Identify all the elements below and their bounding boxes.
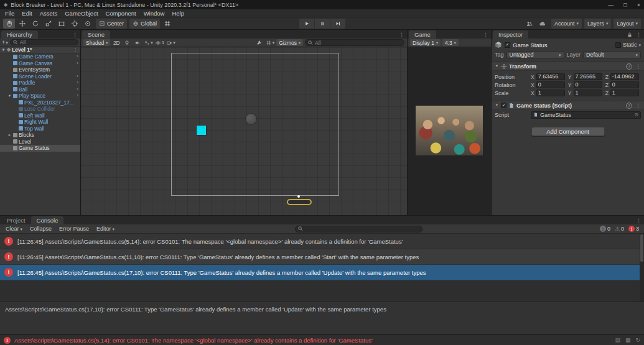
background-tasks-icon[interactable]: ↻	[635, 337, 640, 343]
add-component-button[interactable]: Add Component	[531, 127, 605, 136]
collab-button[interactable]	[524, 19, 536, 29]
scene-effects-dropdown[interactable]: ▾	[144, 39, 153, 47]
rotation-z-field[interactable]: 0	[610, 81, 639, 88]
console-menu-icon[interactable]: ⋮	[636, 218, 642, 224]
prefab-open-arrow[interactable]: ›	[77, 87, 78, 92]
scene-search[interactable]	[305, 39, 404, 46]
move-tool-button[interactable]	[16, 19, 28, 29]
menu-edit[interactable]: Edit	[18, 9, 35, 17]
hierarchy-item-scene-loader[interactable]: Scene Loader›	[0, 73, 80, 80]
hierarchy-item-game-canvas[interactable]: Game Canvas›	[0, 60, 80, 67]
play-button[interactable]	[299, 19, 314, 29]
rotation-x-field[interactable]: 0	[536, 81, 565, 88]
foldout-icon[interactable]: ▾	[495, 64, 499, 68]
scene-viewport[interactable]	[81, 47, 407, 215]
inspector-menu-icon[interactable]: ⋮	[636, 32, 642, 38]
gameobject-name[interactable]: Game Status	[513, 42, 547, 48]
tag-dropdown[interactable]: Untagged ▾	[506, 51, 564, 58]
create-object-button[interactable]: + ▾	[2, 39, 8, 45]
orientation-toggle-button[interactable]: Global	[129, 19, 160, 29]
console-entry-3[interactable]: ![11:26:45] Assets\Scripts\GameStatus.cs…	[0, 265, 644, 280]
scale-tool-button[interactable]	[42, 19, 54, 29]
scene-visibility-toggle[interactable]: 1	[155, 39, 164, 47]
warning-count-toggle[interactable]: ⚠ 0	[615, 226, 624, 232]
menu-window[interactable]: Window	[140, 9, 169, 17]
block-object[interactable]	[197, 126, 206, 135]
account-dropdown[interactable]: Account ▾	[551, 19, 582, 29]
console-search-input[interactable]	[305, 226, 420, 232]
hierarchy-item-play-space[interactable]: ▾Play Space›	[0, 93, 80, 99]
clear-button[interactable]: Clear ▾	[2, 225, 26, 233]
hierarchy-item-left-wall[interactable]: Left Wall	[0, 113, 80, 119]
aspect-ratio-dropdown[interactable]: 4:3 ▾	[442, 39, 459, 46]
error-pause-button[interactable]: Error Pause	[56, 225, 92, 233]
error-count-toggle[interactable]: ! 3	[628, 226, 639, 232]
component-enabled-checkbox[interactable]: ✓	[501, 103, 506, 108]
transform-tool-button[interactable]	[68, 19, 80, 29]
cloud-button[interactable]	[537, 19, 549, 29]
hierarchy-menu-icon[interactable]: ⋮	[72, 32, 78, 38]
hierarchy-item-paddle[interactable]: Paddle›	[0, 80, 80, 86]
active-checkbox[interactable]: ✓	[505, 42, 510, 48]
hierarchy-item-top-wall[interactable]: Top Wall	[0, 126, 80, 132]
position-z-field[interactable]: -14.0962	[610, 73, 639, 80]
hierarchy-item-pxl-20210327-17[interactable]: PXL_20210327_17...	[0, 99, 80, 106]
scene-menu-icon[interactable]: ⋮	[399, 32, 404, 38]
hierarchy-item-right-wall[interactable]: Right Wall	[0, 119, 80, 126]
rect-tool-button[interactable]	[55, 19, 67, 29]
position-y-field[interactable]: 7.26565	[574, 73, 602, 80]
grid-snap-button[interactable]	[161, 19, 173, 29]
minimize-button[interactable]: —	[608, 2, 614, 8]
foldout-icon[interactable]: ▾	[495, 103, 499, 108]
hierarchy-item-blocks[interactable]: ▸Blocks	[0, 132, 80, 139]
scale-x-field[interactable]: 1	[536, 90, 565, 96]
lock-icon[interactable]	[627, 32, 633, 38]
prefab-open-arrow[interactable]: ›	[77, 74, 78, 79]
cache-status-icon[interactable]: ▦	[625, 337, 631, 343]
status-message[interactable]: Assets\Scripts\GameStatus.cs(5,14): erro…	[14, 337, 611, 344]
transform-menu-icon[interactable]: ⋮	[635, 63, 641, 70]
prefab-open-arrow[interactable]: ›	[77, 61, 78, 66]
pivot-toggle-button[interactable]: Center	[96, 19, 127, 29]
rotate-tool-button[interactable]	[29, 19, 41, 29]
console-entry-1[interactable]: ![11:26:45] Assets\Scripts\GameStatus.cs…	[0, 234, 644, 249]
layer-dropdown[interactable]: Default ▾	[583, 51, 641, 58]
menu-component[interactable]: Component	[102, 9, 140, 17]
scale-y-field[interactable]: 1	[574, 90, 602, 96]
scene-menu-icon[interactable]: ⋮	[73, 47, 79, 53]
view-tool-button[interactable]	[3, 19, 15, 29]
scene-header-row[interactable]: ▾ ◆ Level 1* ⋮	[0, 47, 80, 53]
2d-toggle-button[interactable]: 2D	[112, 39, 121, 47]
shading-mode-dropdown[interactable]: Shaded ▾	[83, 39, 110, 46]
collapse-button[interactable]: Collapse	[27, 225, 55, 233]
editor-dropdown[interactable]: Editor ▾	[93, 225, 118, 233]
menu-file[interactable]: File	[1, 9, 18, 17]
pause-button[interactable]	[315, 19, 330, 29]
foldout-icon[interactable]: ▾	[1, 48, 6, 52]
scene-camera-dropdown[interactable]: ▾	[166, 39, 175, 47]
script-menu-icon[interactable]: ⋮	[635, 103, 641, 109]
tab-console[interactable]: Console	[31, 216, 64, 224]
grid-visual-dropdown[interactable]: ▾	[266, 39, 275, 47]
hierarchy-search[interactable]	[10, 39, 78, 45]
prefab-open-arrow[interactable]: ›	[77, 80, 78, 85]
scene-audio-toggle[interactable]	[133, 39, 142, 47]
script-object-field[interactable]: GameStatus ⊙	[531, 111, 641, 119]
tab-game[interactable]: Game	[409, 30, 436, 39]
layers-dropdown[interactable]: Layers ▾	[584, 19, 612, 29]
close-button[interactable]: ×	[637, 2, 640, 8]
foldout-icon[interactable]: ▾	[7, 94, 12, 98]
chevron-down-icon[interactable]: ▾	[638, 43, 641, 47]
object-picker-icon[interactable]: ⊙	[634, 113, 638, 117]
tab-scene[interactable]: Scene	[82, 30, 110, 39]
ball-object[interactable]	[246, 114, 256, 124]
hierarchy-item-ball[interactable]: Ball›	[0, 86, 80, 93]
position-x-field[interactable]: 7.63456	[536, 73, 565, 80]
tab-project[interactable]: Project	[1, 216, 31, 224]
paddle-object[interactable]	[287, 199, 312, 205]
foldout-icon[interactable]: ▸	[7, 133, 12, 137]
scene-lighting-toggle[interactable]	[123, 39, 131, 47]
custom-tool-button[interactable]	[82, 19, 93, 29]
hierarchy-item-lose-collider[interactable]: Lose Collider	[0, 106, 80, 113]
transform-component-header[interactable]: ▾ Transform ? ⋮	[492, 62, 644, 71]
